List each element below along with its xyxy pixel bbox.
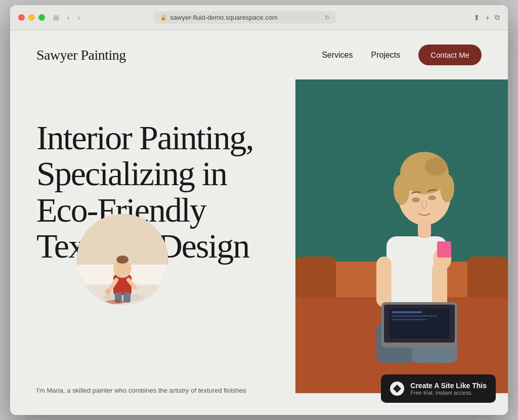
caption-text: I'm Maria, a skilled painter who combine… xyxy=(36,386,295,396)
reload-icon[interactable]: ↻ xyxy=(325,14,330,21)
badge-text-group: Create A Site Like This Free trial. Inst… xyxy=(410,382,487,396)
fullscreen-button[interactable] xyxy=(38,14,45,21)
nav-links: Services Projects Contact Me xyxy=(322,45,482,65)
browser-action-icons: ⬆ + ⧉ xyxy=(473,13,500,22)
svg-rect-30 xyxy=(392,311,422,313)
svg-point-36 xyxy=(440,174,454,202)
svg-point-38 xyxy=(412,197,420,202)
hero-main-image xyxy=(295,79,508,393)
nav-services-link[interactable]: Services xyxy=(322,51,353,60)
main-content: Interior Painting, Specializing in Eco-F… xyxy=(10,79,508,403)
new-tab-icon[interactable]: + xyxy=(485,13,490,22)
svg-point-39 xyxy=(428,195,436,200)
forward-icon[interactable]: › xyxy=(76,13,82,23)
lock-icon: 🔒 xyxy=(160,14,167,21)
svg-rect-32 xyxy=(392,319,427,320)
website-content: Sawyer Painting Services Projects Contac… xyxy=(10,30,508,415)
share-icon[interactable]: ⬆ xyxy=(473,13,480,22)
back-icon[interactable]: ‹ xyxy=(65,13,72,23)
site-logo: Sawyer Painting xyxy=(36,47,126,63)
tabs-icon[interactable]: ⧉ xyxy=(495,13,500,22)
svg-rect-41 xyxy=(437,241,451,258)
browser-chrome: ⊞ ‹ › 🔒 sawyer-fluid-demo.squarespace.co… xyxy=(10,5,508,30)
svg-point-12 xyxy=(105,300,125,304)
hero-text-section: Interior Painting, Specializing in Eco-F… xyxy=(36,90,259,285)
minimize-button[interactable] xyxy=(28,14,35,21)
squarespace-badge[interactable]: Create A Site Like This Free trial. Inst… xyxy=(381,374,496,403)
svg-rect-42 xyxy=(418,220,431,238)
contact-button[interactable]: Contact Me xyxy=(418,45,482,65)
url-text: sawyer-fluid-demo.squarespace.com xyxy=(170,14,277,21)
site-nav: Sawyer Painting Services Projects Contac… xyxy=(10,30,508,79)
badge-main-text: Create A Site Like This xyxy=(410,382,487,390)
svg-rect-25 xyxy=(376,257,392,307)
badge-sub-text: Free trial. Instant access. xyxy=(410,390,487,396)
svg-point-6 xyxy=(116,256,128,264)
address-bar[interactable]: 🔒 sawyer-fluid-demo.squarespace.com ↻ xyxy=(154,11,336,24)
svg-rect-11 xyxy=(123,292,131,303)
svg-point-37 xyxy=(425,157,447,176)
sidebar-toggle-icon[interactable]: ⊞ xyxy=(51,13,61,23)
browser-nav-controls: ⊞ ‹ › xyxy=(51,13,82,23)
traffic-lights xyxy=(18,14,45,21)
nav-projects-link[interactable]: Projects xyxy=(371,51,401,60)
svg-point-35 xyxy=(394,175,410,205)
caption-area: I'm Maria, a skilled painter who combine… xyxy=(36,386,295,404)
browser-window: ⊞ ‹ › 🔒 sawyer-fluid-demo.squarespace.co… xyxy=(10,5,508,415)
close-button[interactable] xyxy=(18,14,25,21)
squarespace-logo xyxy=(390,382,404,396)
svg-point-9 xyxy=(105,288,111,295)
svg-rect-31 xyxy=(392,315,437,317)
painter-circular-image xyxy=(77,214,168,305)
